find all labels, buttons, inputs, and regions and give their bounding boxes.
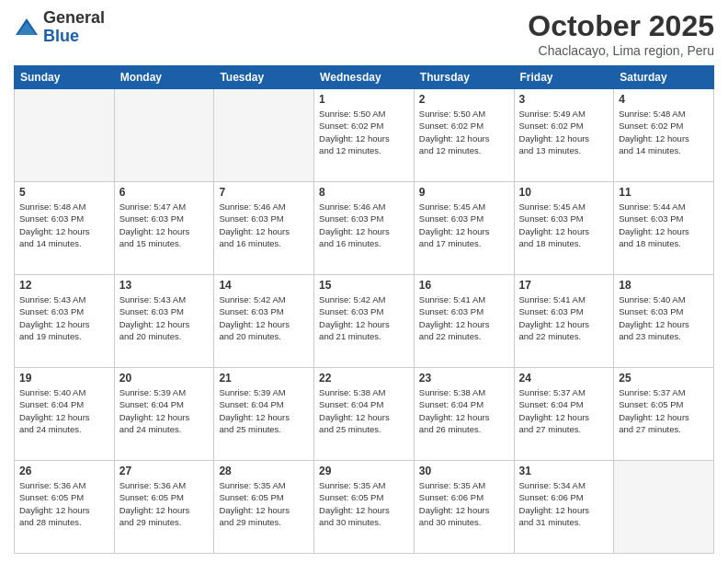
day-cell-3-2: 21Sunrise: 5:39 AM Sunset: 6:04 PM Dayli… — [214, 368, 314, 461]
day-number: 3 — [519, 93, 609, 106]
month-title: October 2025 — [528, 9, 714, 43]
day-info: Sunrise: 5:46 AM Sunset: 6:03 PM Dayligh… — [219, 201, 309, 249]
header: General Blue October 2025 Chaclacayo, Li… — [14, 9, 714, 58]
day-info: Sunrise: 5:40 AM Sunset: 6:04 PM Dayligh… — [19, 386, 109, 435]
day-info: Sunrise: 5:41 AM Sunset: 6:03 PM Dayligh… — [519, 293, 609, 342]
day-number: 19 — [19, 372, 109, 385]
day-cell-0-5: 3Sunrise: 5:49 AM Sunset: 6:02 PM Daylig… — [514, 89, 614, 182]
day-cell-4-4: 30Sunrise: 5:35 AM Sunset: 6:06 PM Dayli… — [414, 461, 514, 554]
day-info: Sunrise: 5:45 AM Sunset: 6:03 PM Dayligh… — [419, 201, 509, 249]
week-row-5: 26Sunrise: 5:36 AM Sunset: 6:05 PM Dayli… — [15, 461, 714, 554]
day-info: Sunrise: 5:43 AM Sunset: 6:03 PM Dayligh… — [119, 293, 210, 342]
day-cell-0-0 — [15, 89, 115, 182]
day-cell-3-5: 24Sunrise: 5:37 AM Sunset: 6:04 PM Dayli… — [514, 368, 614, 461]
day-number: 24 — [519, 372, 609, 385]
day-number: 21 — [219, 372, 309, 385]
day-cell-1-6: 11Sunrise: 5:44 AM Sunset: 6:03 PM Dayli… — [614, 182, 714, 275]
page: General Blue October 2025 Chaclacayo, Li… — [0, 0, 728, 563]
day-info: Sunrise: 5:46 AM Sunset: 6:03 PM Dayligh… — [319, 201, 409, 249]
week-row-3: 12Sunrise: 5:43 AM Sunset: 6:03 PM Dayli… — [15, 275, 714, 368]
day-number: 28 — [219, 465, 309, 477]
weekday-header-row: Sunday Monday Tuesday Wednesday Thursday… — [15, 66, 714, 89]
day-number: 23 — [419, 372, 509, 385]
day-info: Sunrise: 5:43 AM Sunset: 6:03 PM Dayligh… — [19, 293, 109, 342]
day-number: 26 — [19, 465, 109, 477]
day-number: 17 — [519, 279, 609, 292]
day-cell-2-0: 12Sunrise: 5:43 AM Sunset: 6:03 PM Dayli… — [15, 275, 115, 368]
title-section: October 2025 Chaclacayo, Lima region, Pe… — [528, 9, 714, 58]
day-number: 14 — [219, 279, 309, 292]
day-number: 4 — [619, 93, 709, 106]
day-number: 6 — [119, 186, 210, 199]
day-info: Sunrise: 5:41 AM Sunset: 6:03 PM Dayligh… — [419, 293, 509, 342]
calendar-table: Sunday Monday Tuesday Wednesday Thursday… — [14, 65, 714, 554]
day-cell-2-1: 13Sunrise: 5:43 AM Sunset: 6:03 PM Dayli… — [114, 275, 214, 368]
day-number: 29 — [319, 465, 409, 477]
day-info: Sunrise: 5:47 AM Sunset: 6:03 PM Dayligh… — [119, 201, 210, 249]
week-row-4: 19Sunrise: 5:40 AM Sunset: 6:04 PM Dayli… — [15, 368, 714, 461]
day-info: Sunrise: 5:36 AM Sunset: 6:05 PM Dayligh… — [19, 479, 109, 528]
logo: General Blue — [14, 9, 105, 46]
day-info: Sunrise: 5:40 AM Sunset: 6:03 PM Dayligh… — [619, 293, 709, 342]
day-number: 30 — [419, 465, 509, 477]
day-cell-0-6: 4Sunrise: 5:48 AM Sunset: 6:02 PM Daylig… — [614, 89, 714, 182]
day-number: 25 — [619, 372, 709, 385]
location: Chaclacayo, Lima region, Peru — [528, 43, 714, 58]
day-info: Sunrise: 5:49 AM Sunset: 6:02 PM Dayligh… — [519, 108, 609, 156]
header-thursday: Thursday — [414, 66, 514, 89]
day-cell-4-3: 29Sunrise: 5:35 AM Sunset: 6:05 PM Dayli… — [314, 461, 415, 554]
day-cell-2-6: 18Sunrise: 5:40 AM Sunset: 6:03 PM Dayli… — [614, 275, 714, 368]
day-cell-2-3: 15Sunrise: 5:42 AM Sunset: 6:03 PM Dayli… — [314, 275, 415, 368]
day-number: 27 — [119, 465, 210, 477]
day-cell-4-0: 26Sunrise: 5:36 AM Sunset: 6:05 PM Dayli… — [15, 461, 115, 554]
day-number: 7 — [219, 186, 309, 199]
day-cell-2-5: 17Sunrise: 5:41 AM Sunset: 6:03 PM Dayli… — [514, 275, 614, 368]
day-info: Sunrise: 5:42 AM Sunset: 6:03 PM Dayligh… — [319, 293, 409, 342]
header-tuesday: Tuesday — [214, 66, 314, 89]
header-monday: Monday — [114, 66, 214, 89]
day-number: 15 — [319, 279, 409, 292]
day-cell-1-3: 8Sunrise: 5:46 AM Sunset: 6:03 PM Daylig… — [314, 182, 415, 275]
day-number: 11 — [619, 186, 709, 199]
day-number: 22 — [319, 372, 409, 385]
day-number: 31 — [519, 465, 609, 477]
day-info: Sunrise: 5:50 AM Sunset: 6:02 PM Dayligh… — [419, 108, 509, 156]
day-info: Sunrise: 5:45 AM Sunset: 6:03 PM Dayligh… — [519, 201, 609, 249]
logo-general: General — [43, 9, 105, 28]
day-info: Sunrise: 5:35 AM Sunset: 6:06 PM Dayligh… — [419, 479, 509, 528]
day-info: Sunrise: 5:39 AM Sunset: 6:04 PM Dayligh… — [219, 386, 309, 435]
header-friday: Friday — [514, 66, 614, 89]
day-info: Sunrise: 5:50 AM Sunset: 6:02 PM Dayligh… — [319, 108, 409, 156]
day-cell-3-3: 22Sunrise: 5:38 AM Sunset: 6:04 PM Dayli… — [314, 368, 415, 461]
day-info: Sunrise: 5:36 AM Sunset: 6:05 PM Dayligh… — [119, 479, 210, 528]
day-number: 10 — [519, 186, 609, 199]
day-cell-2-4: 16Sunrise: 5:41 AM Sunset: 6:03 PM Dayli… — [414, 275, 514, 368]
day-cell-2-2: 14Sunrise: 5:42 AM Sunset: 6:03 PM Dayli… — [214, 275, 314, 368]
day-cell-1-2: 7Sunrise: 5:46 AM Sunset: 6:03 PM Daylig… — [214, 182, 314, 275]
day-cell-3-1: 20Sunrise: 5:39 AM Sunset: 6:04 PM Dayli… — [114, 368, 214, 461]
day-cell-0-4: 2Sunrise: 5:50 AM Sunset: 6:02 PM Daylig… — [414, 89, 514, 182]
day-number: 2 — [419, 93, 509, 106]
day-info: Sunrise: 5:42 AM Sunset: 6:03 PM Dayligh… — [219, 293, 309, 342]
day-cell-4-6 — [614, 461, 714, 554]
day-cell-1-0: 5Sunrise: 5:48 AM Sunset: 6:03 PM Daylig… — [15, 182, 115, 275]
day-info: Sunrise: 5:34 AM Sunset: 6:06 PM Dayligh… — [519, 479, 609, 528]
day-cell-1-4: 9Sunrise: 5:45 AM Sunset: 6:03 PM Daylig… — [414, 182, 514, 275]
day-cell-4-2: 28Sunrise: 5:35 AM Sunset: 6:05 PM Dayli… — [214, 461, 314, 554]
day-info: Sunrise: 5:35 AM Sunset: 6:05 PM Dayligh… — [219, 479, 309, 528]
day-cell-0-3: 1Sunrise: 5:50 AM Sunset: 6:02 PM Daylig… — [314, 89, 415, 182]
header-wednesday: Wednesday — [314, 66, 415, 89]
day-number: 13 — [119, 279, 210, 292]
day-cell-0-1 — [114, 89, 214, 182]
day-number: 12 — [19, 279, 109, 292]
logo-icon — [14, 15, 40, 40]
day-cell-0-2 — [214, 89, 314, 182]
day-number: 8 — [319, 186, 409, 199]
day-cell-3-4: 23Sunrise: 5:38 AM Sunset: 6:04 PM Dayli… — [414, 368, 514, 461]
day-info: Sunrise: 5:38 AM Sunset: 6:04 PM Dayligh… — [319, 386, 409, 435]
day-info: Sunrise: 5:38 AM Sunset: 6:04 PM Dayligh… — [419, 386, 509, 435]
day-number: 18 — [619, 279, 709, 292]
day-info: Sunrise: 5:37 AM Sunset: 6:04 PM Dayligh… — [519, 386, 609, 435]
day-info: Sunrise: 5:37 AM Sunset: 6:05 PM Dayligh… — [619, 386, 709, 435]
day-info: Sunrise: 5:48 AM Sunset: 6:03 PM Dayligh… — [19, 201, 109, 249]
